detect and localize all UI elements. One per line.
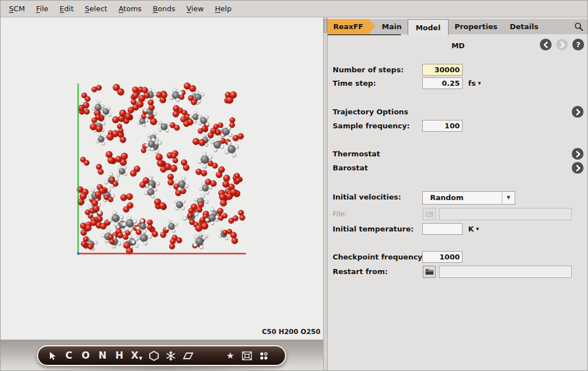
- panel-splitter[interactable]: [323, 17, 328, 371]
- crystal-tool[interactable]: [166, 349, 176, 363]
- dropdown-caret-icon: ▼: [139, 356, 142, 361]
- menu-scm[interactable]: SCM: [5, 3, 29, 15]
- element-picker-tool[interactable]: X▼: [131, 349, 142, 363]
- initial-velocities-row: Initial velocities: Random ▼: [328, 191, 588, 205]
- left-column: C50 H200 O250 CONHX▼★: [1, 17, 323, 371]
- dropdown-caret-icon: ▼: [478, 77, 480, 90]
- time-step-input[interactable]: [422, 77, 463, 89]
- structures-tool[interactable]: ★: [225, 349, 235, 363]
- time-step-label: Time step:: [333, 77, 376, 90]
- trajectory-options-row: Trajectory Options: [328, 106, 588, 118]
- velocities-file-input[interactable]: [439, 208, 572, 220]
- restart-file-input[interactable]: [439, 266, 572, 278]
- number-of-steps-row: Number of steps:: [328, 64, 588, 76]
- restart-browse-button[interactable]: [423, 266, 436, 278]
- trajectory-options-label: Trajectory Options: [333, 106, 408, 118]
- nav-buttons: ?: [540, 39, 584, 50]
- barostat-row: Barostat: [328, 162, 588, 174]
- tab-main[interactable]: Main: [376, 19, 408, 34]
- hydrogen-tool[interactable]: H: [114, 349, 124, 363]
- dropdown-caret-icon: ▼: [502, 192, 515, 204]
- chevron-right-icon: [557, 39, 568, 50]
- tab-details[interactable]: Details: [503, 19, 544, 34]
- velocities-file-browse-button[interactable]: [423, 208, 436, 220]
- folder-icon: [424, 267, 435, 276]
- unit-cell-tool[interactable]: [242, 349, 252, 363]
- initial-temperature-label: Initial temperature:: [333, 223, 414, 235]
- checkpoint-frequency-label: Checkpoint frequency:: [333, 251, 426, 263]
- checkpoint-frequency-input[interactable]: [422, 251, 463, 263]
- barostat-detail-button[interactable]: [572, 162, 584, 174]
- select-tool[interactable]: [47, 349, 57, 363]
- thermostat-label: Thermostat: [333, 148, 380, 160]
- initial-temperature-unit-dropdown[interactable]: K ▼: [468, 223, 479, 235]
- menu-help[interactable]: Help: [211, 3, 236, 15]
- search-icon[interactable]: [569, 19, 588, 34]
- initial-temperature-row: Initial temperature: K ▼: [328, 223, 588, 235]
- menu-bar: SCMFileEditSelectAtomsBondsViewHelp: [1, 1, 587, 17]
- trajectory-options-detail-button[interactable]: [572, 106, 584, 118]
- oxygen-tool[interactable]: O: [81, 349, 91, 363]
- tab-properties[interactable]: Properties: [449, 19, 504, 34]
- builder-toolbar: CONHX▼★: [37, 345, 286, 366]
- formula-label: C50 H200 O250: [262, 328, 320, 336]
- chevron-right-icon: [572, 149, 584, 160]
- back-button[interactable]: [540, 39, 552, 50]
- carbon-tool[interactable]: C: [64, 349, 74, 363]
- menu-edit[interactable]: Edit: [55, 3, 77, 15]
- checkpoint-frequency-row: Checkpoint frequency:: [328, 251, 588, 263]
- dropdown-caret-icon: ▼: [476, 223, 479, 235]
- time-step-row: Time step: fs ▼: [328, 77, 588, 90]
- initial-velocities-label: Initial velocities:: [333, 191, 401, 203]
- menu-file[interactable]: File: [32, 3, 53, 15]
- plane-tool[interactable]: [183, 349, 194, 363]
- help-button[interactable]: ?: [572, 39, 584, 50]
- tab-reaxff[interactable]: ReaxFF: [328, 19, 376, 34]
- molecule-viewport[interactable]: C50 H200 O250: [1, 17, 323, 340]
- initial-temperature-input[interactable]: [422, 223, 463, 235]
- tab-model[interactable]: Model: [408, 19, 448, 35]
- thermostat-detail-button[interactable]: [572, 148, 584, 160]
- menu-select[interactable]: Select: [81, 3, 111, 15]
- sample-frequency-input[interactable]: [422, 120, 463, 132]
- time-step-unit-dropdown[interactable]: fs ▼: [468, 77, 481, 90]
- settings-panel: ReaxFF Main Model Properties Details MD: [328, 17, 588, 371]
- disabled-folder-icon: [426, 212, 433, 217]
- menu-bonds[interactable]: Bonds: [149, 3, 179, 15]
- forward-button[interactable]: [556, 39, 568, 50]
- chevron-left-icon: [540, 39, 552, 50]
- barostat-label: Barostat: [333, 162, 368, 174]
- ams-reaxff-window: SCMFileEditSelectAtomsBondsViewHelp C50 …: [0, 0, 588, 371]
- velocities-file-row: File:: [328, 208, 588, 220]
- sample-frequency-row: Sample frequency:: [328, 120, 588, 132]
- splitter-handle[interactable]: [324, 19, 327, 33]
- restart-from-label: Restart from:: [333, 266, 388, 278]
- nitrogen-tool[interactable]: N: [97, 349, 108, 363]
- thermostat-row: Thermostat: [328, 148, 588, 160]
- number-of-steps-input[interactable]: [422, 64, 463, 76]
- menu-view[interactable]: View: [183, 3, 208, 15]
- velocities-file-label: File:: [333, 208, 347, 220]
- sample-frequency-label: Sample frequency:: [333, 120, 410, 132]
- chevron-right-icon: [572, 106, 584, 118]
- fragments-tool[interactable]: [259, 349, 269, 363]
- builder-dock: CONHX▼★: [1, 340, 323, 371]
- ring-tool[interactable]: [149, 349, 159, 363]
- number-of-steps-label: Number of steps:: [333, 64, 404, 76]
- tab-bar: ReaxFF Main Model Properties Details: [328, 19, 588, 34]
- initial-velocities-select[interactable]: Random ▼: [422, 191, 515, 205]
- restart-from-row: Restart from:: [328, 266, 588, 278]
- molecule-scene[interactable]: [1, 17, 323, 340]
- chevron-right-icon: [572, 163, 584, 174]
- menu-atoms[interactable]: Atoms: [115, 3, 146, 15]
